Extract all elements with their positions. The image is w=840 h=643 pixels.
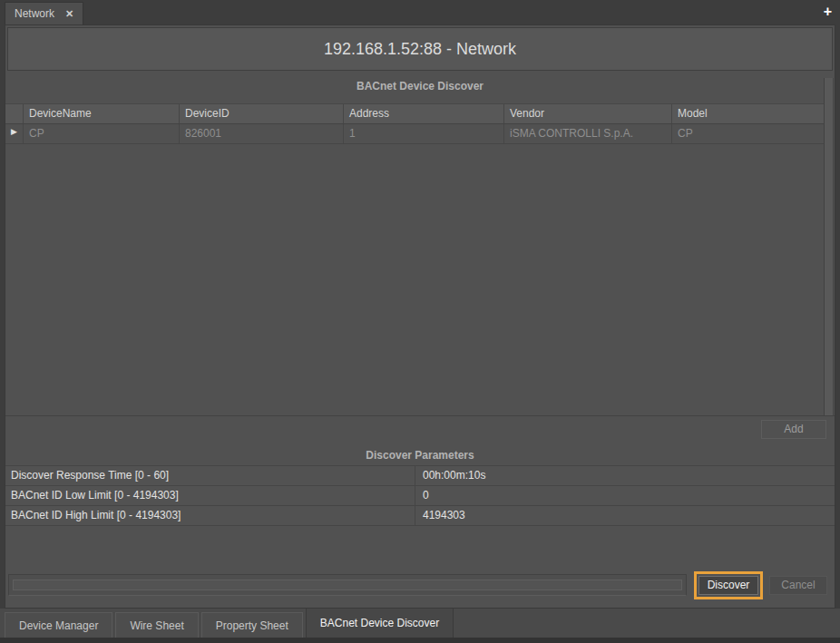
cell-model: CP <box>672 124 825 143</box>
add-button-row: Add <box>5 415 835 442</box>
column-header-deviceid[interactable]: DeviceID <box>180 104 344 123</box>
add-button[interactable]: Add <box>761 420 826 439</box>
param-label: Discover Response Time [0 - 60] <box>5 466 415 485</box>
column-header-model[interactable]: Model <box>672 104 825 123</box>
discover-button[interactable]: Discover <box>698 576 758 595</box>
cell-devicename: CP <box>24 124 180 143</box>
table-empty-area <box>5 144 825 415</box>
column-header-address[interactable]: Address <box>344 104 504 123</box>
tab-wire-sheet[interactable]: Wire Sheet <box>115 612 198 638</box>
param-row-response-time[interactable]: Discover Response Time [0 - 60] 00h:00m:… <box>5 465 835 486</box>
cell-address: 1 <box>344 124 504 143</box>
tab-label: Property Sheet <box>216 619 288 632</box>
tab-network[interactable]: Network ✕ <box>5 2 83 24</box>
table-row[interactable]: ▶ CP 826001 1 iSMA CONTROLLI S.p.A. CP <box>5 124 825 144</box>
top-tab-bar: Network ✕ + <box>0 0 840 24</box>
table-header-row: DeviceName DeviceID Address Vendor Model <box>5 103 825 124</box>
app-window: Network ✕ + 192.168.1.52:88 - Network BA… <box>0 0 840 643</box>
progress-bar <box>8 574 687 596</box>
param-value[interactable]: 4194303 <box>415 506 835 525</box>
vertical-scrollbar[interactable] <box>824 78 834 415</box>
row-selector-icon: ▶ <box>5 124 24 143</box>
param-row-low-limit[interactable]: BACnet ID Low Limit [0 - 4194303] 0 <box>5 486 835 506</box>
tab-device-manager[interactable]: Device Manager <box>5 612 112 638</box>
tab-property-sheet[interactable]: Property Sheet <box>201 612 303 638</box>
column-header-vendor[interactable]: Vendor <box>504 104 672 123</box>
add-tab-icon[interactable]: + <box>824 3 832 21</box>
close-icon[interactable]: ✕ <box>65 8 73 20</box>
discover-highlight-box: Discover <box>694 571 763 599</box>
param-label: BACnet ID High Limit [0 - 4194303] <box>5 506 415 525</box>
column-header-devicename[interactable]: DeviceName <box>24 104 180 123</box>
discover-table-area: BACnet Device Discover DeviceName Device… <box>5 73 835 415</box>
row-selector-header <box>5 104 24 123</box>
param-label: BACnet ID Low Limit [0 - 4194303] <box>5 486 415 505</box>
network-view-panel: 192.168.1.52:88 - Network BACnet Device … <box>5 24 835 609</box>
window-bottom-edge <box>0 638 840 643</box>
progress-bar-track <box>13 580 682 590</box>
tab-label: Wire Sheet <box>130 619 183 632</box>
param-value[interactable]: 0 <box>415 486 835 505</box>
tab-label: BACnet Device Discover <box>320 617 439 629</box>
tab-label: Device Manager <box>19 619 98 632</box>
discover-table-title: BACnet Device Discover <box>5 73 835 96</box>
param-row-high-limit[interactable]: BACnet ID High Limit [0 - 4194303] 41943… <box>5 506 835 526</box>
tab-network-label: Network <box>15 7 54 20</box>
view-title: 192.168.1.52:88 - Network <box>7 27 833 71</box>
tab-bacnet-device-discover[interactable]: BACnet Device Discover <box>306 609 454 638</box>
params-empty-area <box>5 526 835 569</box>
cell-vendor: iSMA CONTROLLI S.p.A. <box>504 124 672 143</box>
discover-parameters-title: Discover Parameters <box>5 442 835 465</box>
footer-action-row: Discover Cancel <box>5 569 835 608</box>
cancel-button[interactable]: Cancel <box>769 576 827 595</box>
param-value[interactable]: 00h:00m:10s <box>415 466 835 485</box>
cell-deviceid: 826001 <box>180 124 344 143</box>
